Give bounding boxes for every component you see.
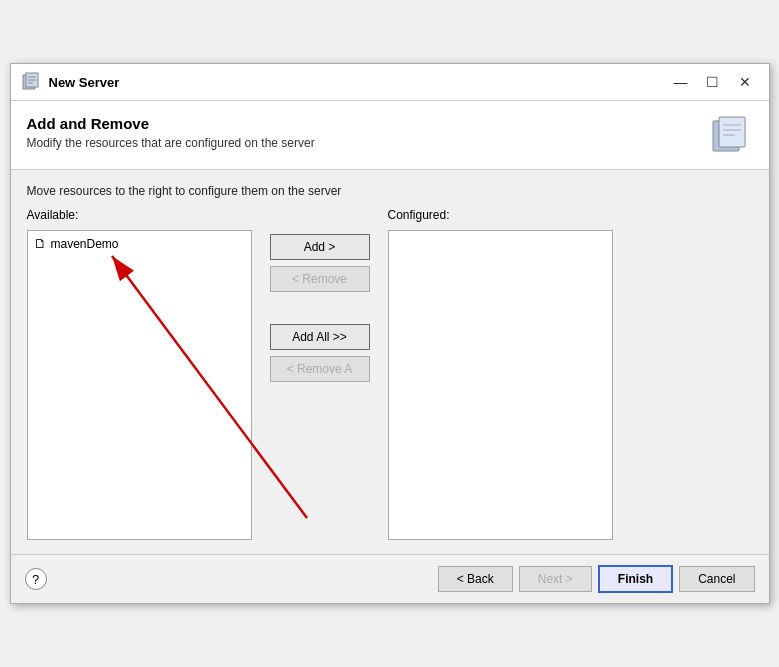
panels-container: Available: 🗋 mavenDemo Add > < Remove Ad… <box>27 208 753 540</box>
help-button[interactable]: ? <box>25 568 47 590</box>
new-server-dialog: New Server — ☐ ✕ Add and Remove Modify t… <box>10 63 770 604</box>
available-listbox[interactable]: 🗋 mavenDemo <box>27 230 252 540</box>
instruction-text: Move resources to the right to configure… <box>27 184 753 198</box>
header-text: Add and Remove Modify the resources that… <box>27 115 315 150</box>
item-name: mavenDemo <box>51 237 119 251</box>
available-panel: Available: 🗋 mavenDemo <box>27 208 252 540</box>
header-icon <box>711 115 753 157</box>
header-title: Add and Remove <box>27 115 315 132</box>
add-button[interactable]: Add > <box>270 234 370 260</box>
header-subtitle: Modify the resources that are configured… <box>27 136 315 150</box>
back-button[interactable]: < Back <box>438 566 513 592</box>
content-area: Move resources to the right to configure… <box>11 170 769 554</box>
configured-panel: Configured: <box>388 208 613 540</box>
item-icon: 🗋 <box>34 236 47 251</box>
maximize-button[interactable]: ☐ <box>699 70 727 94</box>
middle-buttons: Add > < Remove Add All >> < Remove A <box>252 208 388 382</box>
available-label: Available: <box>27 208 252 222</box>
remove-all-button[interactable]: < Remove A <box>270 356 370 382</box>
remove-button[interactable]: < Remove <box>270 266 370 292</box>
window-icon <box>21 72 41 92</box>
footer: ? < Back Next > Finish Cancel <box>11 554 769 603</box>
close-button[interactable]: ✕ <box>731 70 759 94</box>
configured-label: Configured: <box>388 208 613 222</box>
list-item[interactable]: 🗋 mavenDemo <box>30 233 249 254</box>
window-controls: — ☐ ✕ <box>667 70 759 94</box>
minimize-button[interactable]: — <box>667 70 695 94</box>
next-button[interactable]: Next > <box>519 566 592 592</box>
header-section: Add and Remove Modify the resources that… <box>11 101 769 170</box>
panels-row: Available: 🗋 mavenDemo Add > < Remove Ad… <box>27 208 753 540</box>
configured-listbox[interactable] <box>388 230 613 540</box>
cancel-button[interactable]: Cancel <box>679 566 754 592</box>
title-bar: New Server — ☐ ✕ <box>11 64 769 101</box>
svg-rect-6 <box>719 117 745 147</box>
finish-button[interactable]: Finish <box>598 565 673 593</box>
window-title: New Server <box>49 75 659 90</box>
add-all-button[interactable]: Add All >> <box>270 324 370 350</box>
